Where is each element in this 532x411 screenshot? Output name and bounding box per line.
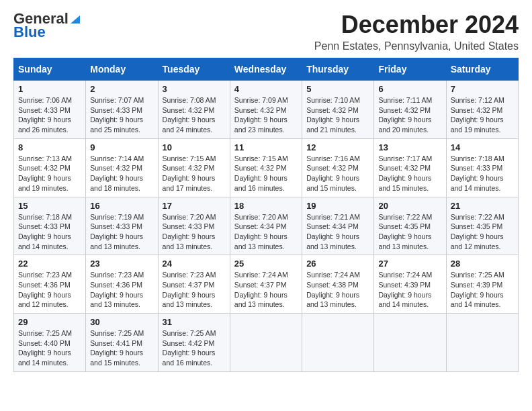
calendar-cell: 28 Sunrise: 7:25 AM Sunset: 4:39 PM Dayl…: [446, 255, 518, 314]
calendar-week-row: 15 Sunrise: 7:18 AM Sunset: 4:33 PM Dayl…: [14, 197, 519, 255]
day-number: 10: [163, 142, 226, 152]
calendar-cell: 14 Sunrise: 7:18 AM Sunset: 4:33 PM Dayl…: [446, 138, 518, 197]
calendar-cell: 2 Sunrise: 7:07 AM Sunset: 4:33 PM Dayli…: [86, 81, 158, 139]
day-info: Sunrise: 7:15 AM Sunset: 4:32 PM Dayligh…: [234, 154, 298, 193]
calendar-cell: 20 Sunrise: 7:22 AM Sunset: 4:35 PM Dayl…: [374, 197, 446, 255]
calendar-week-row: 22 Sunrise: 7:23 AM Sunset: 4:36 PM Dayl…: [14, 255, 519, 314]
day-number: 19: [306, 201, 369, 211]
calendar-cell: [374, 314, 446, 372]
svg-marker-0: [71, 15, 80, 24]
day-number: 23: [90, 259, 153, 269]
calendar-cell: [302, 314, 374, 372]
calendar-week-row: 1 Sunrise: 7:06 AM Sunset: 4:33 PM Dayli…: [14, 81, 519, 139]
calendar-cell: 24 Sunrise: 7:23 AM Sunset: 4:37 PM Dayl…: [158, 255, 230, 314]
day-info: Sunrise: 7:19 AM Sunset: 4:33 PM Dayligh…: [90, 212, 153, 252]
day-number: 20: [378, 201, 441, 211]
calendar-cell: 13 Sunrise: 7:17 AM Sunset: 4:32 PM Dayl…: [374, 138, 446, 197]
day-info: Sunrise: 7:20 AM Sunset: 4:33 PM Dayligh…: [163, 212, 226, 252]
day-number: 7: [451, 84, 514, 94]
day-info: Sunrise: 7:08 AM Sunset: 4:32 PM Dayligh…: [163, 95, 226, 135]
day-number: 17: [163, 201, 226, 211]
day-number: 8: [18, 142, 81, 152]
calendar-week-row: 8 Sunrise: 7:13 AM Sunset: 4:32 PM Dayli…: [14, 138, 519, 197]
calendar-header-row: SundayMondayTuesdayWednesdayThursdayFrid…: [14, 58, 519, 81]
header-tuesday: Tuesday: [158, 58, 230, 81]
calendar-cell: 3 Sunrise: 7:08 AM Sunset: 4:32 PM Dayli…: [158, 81, 230, 139]
day-info: Sunrise: 7:09 AM Sunset: 4:32 PM Dayligh…: [234, 95, 298, 135]
day-info: Sunrise: 7:25 AM Sunset: 4:42 PM Dayligh…: [163, 328, 226, 368]
calendar-cell: 4 Sunrise: 7:09 AM Sunset: 4:32 PM Dayli…: [230, 81, 302, 139]
header-sunday: Sunday: [14, 58, 86, 81]
logo-icon: [69, 13, 81, 25]
calendar-cell: 29 Sunrise: 7:25 AM Sunset: 4:40 PM Dayl…: [14, 314, 86, 372]
day-info: Sunrise: 7:22 AM Sunset: 4:35 PM Dayligh…: [451, 212, 514, 252]
day-number: 14: [451, 142, 514, 152]
calendar-cell: 5 Sunrise: 7:10 AM Sunset: 4:32 PM Dayli…: [302, 81, 374, 139]
day-number: 28: [451, 259, 514, 269]
calendar-cell: 22 Sunrise: 7:23 AM Sunset: 4:36 PM Dayl…: [14, 255, 86, 314]
day-info: Sunrise: 7:11 AM Sunset: 4:32 PM Dayligh…: [378, 95, 441, 135]
calendar-cell: 26 Sunrise: 7:24 AM Sunset: 4:38 PM Dayl…: [302, 255, 374, 314]
calendar-cell: [230, 314, 302, 372]
calendar-cell: 16 Sunrise: 7:19 AM Sunset: 4:33 PM Dayl…: [86, 197, 158, 255]
title-area: December 2024 Penn Estates, Pennsylvania…: [314, 11, 519, 52]
day-info: Sunrise: 7:24 AM Sunset: 4:37 PM Dayligh…: [234, 270, 298, 310]
calendar-cell: [446, 314, 518, 372]
day-number: 9: [90, 142, 153, 152]
calendar-cell: 11 Sunrise: 7:15 AM Sunset: 4:32 PM Dayl…: [230, 138, 302, 197]
day-number: 1: [18, 84, 81, 94]
day-info: Sunrise: 7:24 AM Sunset: 4:39 PM Dayligh…: [378, 270, 441, 310]
day-info: Sunrise: 7:16 AM Sunset: 4:32 PM Dayligh…: [306, 154, 369, 193]
day-number: 16: [90, 201, 153, 211]
calendar-cell: 7 Sunrise: 7:12 AM Sunset: 4:32 PM Dayli…: [446, 81, 518, 139]
day-info: Sunrise: 7:25 AM Sunset: 4:39 PM Dayligh…: [451, 270, 514, 310]
day-number: 6: [378, 84, 441, 94]
day-info: Sunrise: 7:25 AM Sunset: 4:41 PM Dayligh…: [90, 328, 153, 368]
day-info: Sunrise: 7:24 AM Sunset: 4:38 PM Dayligh…: [306, 270, 369, 310]
day-info: Sunrise: 7:17 AM Sunset: 4:32 PM Dayligh…: [378, 154, 441, 193]
day-info: Sunrise: 7:20 AM Sunset: 4:34 PM Dayligh…: [234, 212, 298, 252]
calendar-cell: 6 Sunrise: 7:11 AM Sunset: 4:32 PM Dayli…: [374, 81, 446, 139]
calendar-cell: 12 Sunrise: 7:16 AM Sunset: 4:32 PM Dayl…: [302, 138, 374, 197]
calendar-cell: 23 Sunrise: 7:23 AM Sunset: 4:36 PM Dayl…: [86, 255, 158, 314]
day-number: 21: [451, 201, 514, 211]
calendar-cell: 19 Sunrise: 7:21 AM Sunset: 4:34 PM Dayl…: [302, 197, 374, 255]
header-thursday: Thursday: [302, 58, 374, 81]
day-number: 27: [378, 259, 441, 269]
calendar-table: SundayMondayTuesdayWednesdayThursdayFrid…: [13, 58, 519, 372]
calendar-cell: 10 Sunrise: 7:15 AM Sunset: 4:32 PM Dayl…: [158, 138, 230, 197]
calendar-cell: 8 Sunrise: 7:13 AM Sunset: 4:32 PM Dayli…: [14, 138, 86, 197]
calendar-cell: 27 Sunrise: 7:24 AM Sunset: 4:39 PM Dayl…: [374, 255, 446, 314]
page-title: December 2024: [314, 11, 519, 39]
calendar-cell: 30 Sunrise: 7:25 AM Sunset: 4:41 PM Dayl…: [86, 314, 158, 372]
day-info: Sunrise: 7:12 AM Sunset: 4:32 PM Dayligh…: [451, 95, 514, 135]
day-info: Sunrise: 7:07 AM Sunset: 4:33 PM Dayligh…: [90, 95, 153, 135]
day-number: 22: [18, 259, 81, 269]
logo: General Blue: [13, 11, 82, 40]
day-number: 2: [90, 84, 153, 94]
day-number: 24: [163, 259, 226, 269]
calendar-week-row: 29 Sunrise: 7:25 AM Sunset: 4:40 PM Dayl…: [14, 314, 519, 372]
day-number: 30: [90, 317, 153, 327]
logo-blue: Blue: [13, 24, 46, 40]
day-number: 29: [18, 317, 81, 327]
day-info: Sunrise: 7:10 AM Sunset: 4:32 PM Dayligh…: [306, 95, 369, 135]
day-number: 18: [234, 201, 298, 211]
calendar-cell: 18 Sunrise: 7:20 AM Sunset: 4:34 PM Dayl…: [230, 197, 302, 255]
calendar-cell: 21 Sunrise: 7:22 AM Sunset: 4:35 PM Dayl…: [446, 197, 518, 255]
calendar-cell: 9 Sunrise: 7:14 AM Sunset: 4:32 PM Dayli…: [86, 138, 158, 197]
header-wednesday: Wednesday: [230, 58, 302, 81]
calendar-cell: 1 Sunrise: 7:06 AM Sunset: 4:33 PM Dayli…: [14, 81, 86, 139]
day-info: Sunrise: 7:14 AM Sunset: 4:32 PM Dayligh…: [90, 154, 153, 193]
day-number: 12: [306, 142, 369, 152]
day-info: Sunrise: 7:23 AM Sunset: 4:36 PM Dayligh…: [90, 270, 153, 310]
day-info: Sunrise: 7:23 AM Sunset: 4:36 PM Dayligh…: [18, 270, 81, 310]
day-number: 13: [378, 142, 441, 152]
day-info: Sunrise: 7:23 AM Sunset: 4:37 PM Dayligh…: [163, 270, 226, 310]
day-number: 15: [18, 201, 81, 211]
day-info: Sunrise: 7:13 AM Sunset: 4:32 PM Dayligh…: [18, 154, 81, 193]
day-info: Sunrise: 7:22 AM Sunset: 4:35 PM Dayligh…: [378, 212, 441, 252]
calendar-cell: 15 Sunrise: 7:18 AM Sunset: 4:33 PM Dayl…: [14, 197, 86, 255]
day-number: 31: [163, 317, 226, 327]
day-number: 11: [234, 142, 298, 152]
